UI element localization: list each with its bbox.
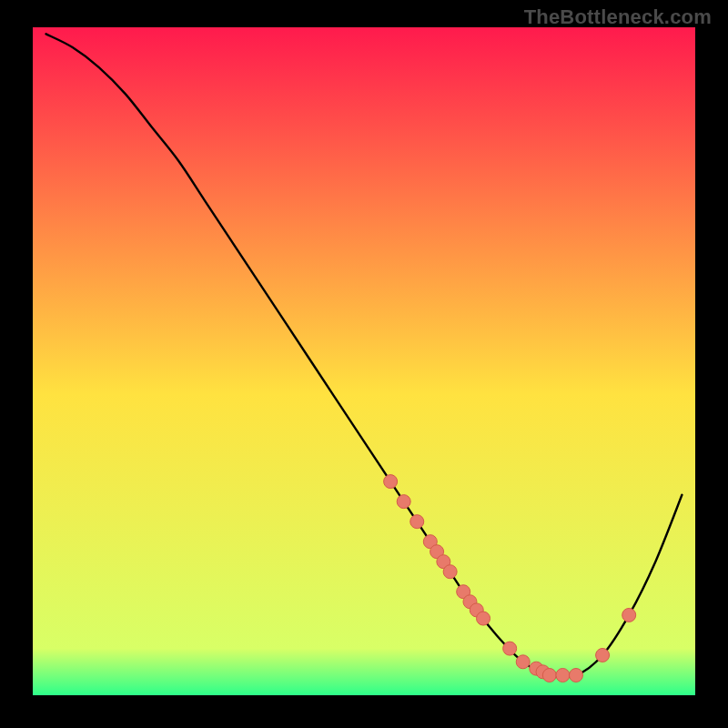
chart-container: TheBottleneck.com <box>0 0 728 728</box>
curve-marker <box>384 475 398 489</box>
curve-marker <box>596 648 610 662</box>
curve-marker <box>477 612 490 625</box>
curve-marker <box>516 655 530 669</box>
curve-marker <box>503 642 517 655</box>
curve-marker <box>397 495 410 509</box>
curve-marker <box>569 668 582 682</box>
plot-area <box>33 27 695 695</box>
watermark-text: TheBottleneck.com <box>524 5 712 29</box>
curve-marker <box>410 515 424 529</box>
bottleneck-chart <box>0 0 728 728</box>
curve-marker <box>622 608 636 622</box>
curve-marker <box>542 668 556 682</box>
curve-marker <box>556 668 570 682</box>
curve-marker <box>443 565 457 579</box>
